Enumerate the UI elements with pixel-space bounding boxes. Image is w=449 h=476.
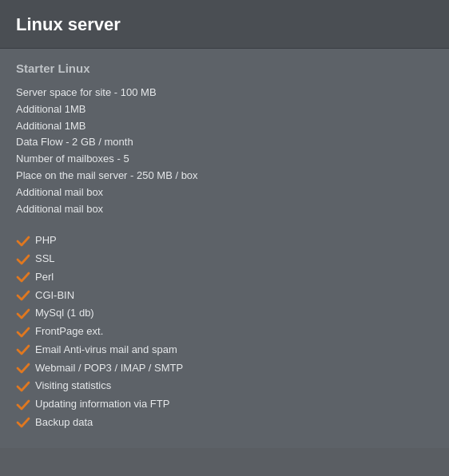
check-icon <box>16 270 30 284</box>
feature-item: Additional mail box <box>16 201 433 218</box>
features-list: Server space for site - 100 MBAdditional… <box>16 85 433 217</box>
check-icon <box>16 379 30 394</box>
checklist-item-label: PHP <box>35 232 57 250</box>
checklist-item-label: CGI-BIN <box>35 287 74 305</box>
checklist-item: SSL <box>16 250 433 268</box>
section-title: Starter Linux <box>16 61 433 75</box>
feature-item: Data Flow - 2 GB / month <box>16 134 433 151</box>
feature-item: Server space for site - 100 MB <box>16 85 433 101</box>
checklist-item: Updating information via FTP <box>16 395 433 414</box>
feature-item: Additional 1MB <box>16 118 433 135</box>
check-icon <box>16 343 30 357</box>
checklist-item: MySql (1 db) <box>16 304 433 323</box>
checklist-item: Visiting statistics <box>16 377 433 395</box>
checklist-item-label: SSL <box>35 250 55 268</box>
page-container: Linux server Starter Linux Server space … <box>0 0 449 476</box>
check-icon <box>16 325 30 339</box>
checklist-item-label: MySql (1 db) <box>35 304 94 323</box>
checklist-item-label: Email Anti-virus mail and spam <box>35 341 177 359</box>
check-icon <box>16 307 30 321</box>
checklist-item-label: Perl <box>35 268 54 287</box>
feature-item: Additional mail box <box>16 184 433 201</box>
check-icon <box>16 415 30 430</box>
checklist-item: Perl <box>16 268 433 287</box>
check-icon <box>16 234 30 248</box>
checklist-item: CGI-BIN <box>16 287 433 305</box>
checklist-item-label: Webmail / POP3 / IMAP / SMTP <box>35 359 183 378</box>
checklist-item: FrontPage ext. <box>16 323 433 341</box>
check-icon <box>16 288 30 303</box>
checklist-item: Backup data <box>16 414 433 432</box>
check-icon <box>16 361 30 375</box>
feature-item: Number of mailboxes - 5 <box>16 151 433 168</box>
check-icon <box>16 398 30 412</box>
feature-item: Place on the mail server - 250 MB / box <box>16 168 433 184</box>
check-icon <box>16 252 30 267</box>
page-title: Linux server <box>16 14 433 35</box>
checklist-item-label: Updating information via FTP <box>35 395 169 414</box>
content-area: Starter Linux Server space for site - 10… <box>0 49 449 448</box>
checklist-item: Email Anti-virus mail and spam <box>16 341 433 359</box>
checklist-item-label: FrontPage ext. <box>35 323 103 341</box>
checklist-item: Webmail / POP3 / IMAP / SMTP <box>16 359 433 378</box>
header: Linux server <box>0 0 449 49</box>
checklist-item-label: Backup data <box>35 414 93 432</box>
feature-item: Additional 1MB <box>16 101 433 118</box>
checklist: PHP SSL Perl CGI-BIN MySql (1 db) FrontP… <box>16 232 433 431</box>
checklist-item-label: Visiting statistics <box>35 377 111 395</box>
checklist-item: PHP <box>16 232 433 250</box>
